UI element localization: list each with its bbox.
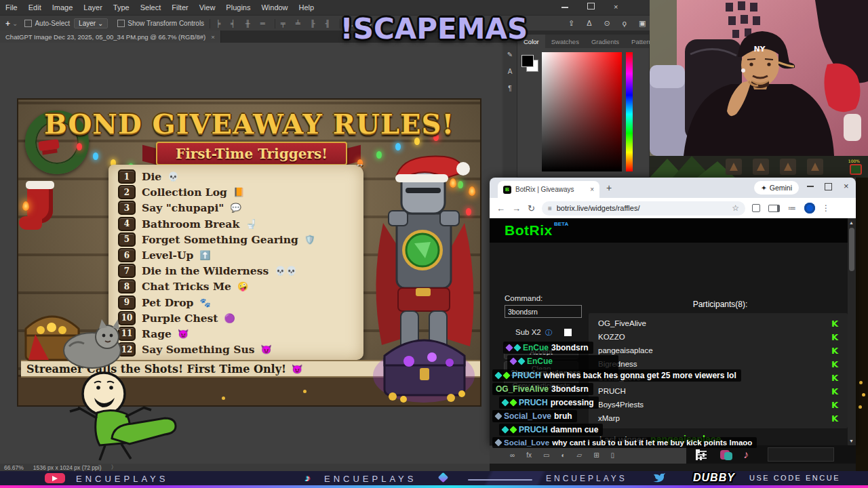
delete-layer-icon[interactable]: ▯ — [611, 451, 615, 459]
stocking-decoration — [27, 186, 53, 223]
command-label: Command: — [505, 294, 542, 302]
rule-emoji: 😈 — [260, 345, 271, 354]
reload-icon[interactable]: ↻ — [528, 203, 535, 214]
command-input[interactable] — [505, 305, 582, 318]
menu-plugins[interactable]: Plugins — [220, 3, 256, 12]
page-scrollbar[interactable]: ▲ ▼ — [848, 218, 856, 445]
menu-view[interactable]: View — [194, 3, 221, 12]
rule-item: 1Die💀 — [118, 169, 363, 184]
link-layers-icon[interactable]: ∞ — [510, 451, 515, 459]
social-ticker-bar: ENCUEPLAYS ♪ ENCUEPLAYS ENCUEPLAYS DUBBY… — [0, 471, 868, 485]
browser-tab-title: BotRix | Giveaways — [515, 186, 586, 193]
menu-help[interactable]: Help — [294, 3, 320, 12]
adjustment-layer-icon[interactable]: ◐ — [561, 451, 565, 459]
rule-item: 12Say Something Sus😈 — [118, 342, 363, 357]
discover-bulb-icon[interactable]: ϙ — [623, 19, 627, 28]
sub-x2-checkbox[interactable] — [564, 329, 572, 336]
chat-message: PRUCH processing — [499, 396, 599, 409]
game-inventory-strip: 100% — [650, 156, 868, 178]
document-tab-close-icon[interactable]: × — [211, 33, 215, 41]
chat-message: Social_Love why cant i sub to u but it l… — [492, 437, 757, 448]
kick-badge-icon: K — [831, 319, 838, 329]
browser-minimize-button[interactable] — [807, 186, 814, 187]
reading-list-icon[interactable]: ≔ — [788, 203, 796, 213]
color-panel: Color Swatches Gradients Patterns ≡ — [517, 34, 650, 178]
rule-emoji: 💬 — [230, 203, 241, 212]
new-layer-icon[interactable]: ⊞ — [593, 451, 599, 459]
botrix-logo: BotRix — [505, 222, 553, 239]
sponsor-code-text: USE CODE ENCUE — [749, 474, 840, 482]
extensions-icon[interactable] — [752, 204, 760, 212]
bell-icon[interactable]: Δ — [587, 19, 591, 28]
back-icon[interactable]: ← — [496, 203, 505, 214]
browser-maximize-button[interactable] — [825, 183, 832, 190]
rule-emoji: 👿 — [178, 329, 189, 338]
audio-mixer-icon[interactable] — [696, 451, 707, 459]
tab-gradients[interactable]: Gradients — [585, 35, 625, 48]
chat-message: OG_FiveAlive 3bondsrn — [492, 383, 593, 395]
layer-group-icon[interactable]: ▱ — [576, 451, 582, 459]
rule-item: 7Die in the Wilderness💀💀 — [118, 263, 363, 279]
document-tab[interactable]: ChatGPT Image Dec 23, 2025, 05_00_34 PM.… — [0, 30, 221, 43]
menu-file[interactable]: File — [0, 3, 23, 12]
address-bar[interactable]: ≡ botrix.live/widgets/raffles/ ☆ — [542, 201, 745, 216]
browser-menu-icon[interactable]: ⋮ — [822, 203, 830, 213]
bookmark-star-icon[interactable]: ☆ — [732, 203, 739, 213]
tiktok-icon: ♪ — [305, 472, 310, 483]
twitter-icon — [652, 472, 666, 483]
hue-slider[interactable] — [626, 52, 633, 171]
forward-icon[interactable]: → — [512, 203, 521, 214]
drama-masks-icon[interactable] — [720, 450, 730, 460]
paragraph-tool-icon[interactable]: ¶ — [508, 85, 511, 92]
rule-item: 3Say "chupapi"💬 — [118, 200, 363, 216]
menu-select[interactable]: Select — [135, 3, 167, 12]
show-transform-checkbox[interactable] — [117, 20, 125, 27]
menu-image[interactable]: Image — [47, 3, 79, 12]
participant-row: KOZZOK — [589, 330, 848, 344]
layer-mask-icon[interactable]: ▭ — [543, 451, 549, 459]
ps-close-button[interactable]: × — [614, 3, 618, 11]
menu-type[interactable]: Type — [108, 3, 135, 12]
menu-layer[interactable]: Layer — [78, 3, 108, 12]
participant-row: PRUCHK — [589, 384, 848, 398]
scroll-down-icon: ▼ — [849, 439, 854, 443]
workspace-switcher-icon[interactable]: ▣ — [639, 19, 646, 28]
search-icon[interactable]: ⊙ — [604, 19, 610, 28]
rule-item: 11Rage👿 — [118, 326, 363, 342]
overlay-dock: ♪ — [686, 445, 856, 464]
align-icons[interactable]: ╞ ╡ ╫ ═ — [216, 20, 269, 27]
layer-select-dropdown[interactable]: Layer ⌄ — [74, 18, 108, 28]
kick-badge-icon: K — [831, 359, 838, 369]
browser-close-button[interactable]: × — [844, 181, 849, 191]
move-tool-icon[interactable]: + — [5, 19, 10, 28]
foreground-color-swatch[interactable] — [521, 55, 534, 67]
music-note-icon[interactable]: ♪ — [743, 449, 749, 461]
kick-badge-icon: K — [831, 400, 838, 410]
auto-select-checkbox[interactable] — [24, 20, 32, 27]
eyedropper-tool-icon[interactable]: ✎ — [507, 51, 513, 58]
menu-filter[interactable]: Filter — [166, 3, 193, 12]
ps-minimize-button[interactable] — [561, 7, 568, 8]
saturation-brightness-field[interactable] — [542, 52, 622, 171]
menu-window[interactable]: Window — [256, 3, 293, 12]
purple-chest-illustration — [370, 318, 478, 406]
info-icon[interactable]: ⓘ — [545, 328, 552, 338]
type-tool-icon[interactable]: A — [508, 68, 513, 75]
menu-edit[interactable]: Edit — [23, 3, 47, 12]
zoom-level[interactable]: 66.67% — [4, 464, 24, 471]
new-tab-button[interactable]: + — [606, 182, 612, 193]
scrollbar-thumb[interactable] — [849, 228, 854, 271]
gemini-button[interactable]: ✦ Gemini — [754, 181, 799, 195]
move-tool-chevron[interactable]: ⌄ — [12, 20, 18, 27]
dubby-logo: DUBBY — [693, 472, 735, 484]
show-transform-label: Show Transform Controls — [127, 20, 204, 27]
document-dimensions: 1536 px x 1024 px (72 ppi) — [33, 464, 102, 471]
tab-close-icon[interactable]: × — [590, 186, 594, 193]
profile-avatar[interactable] — [804, 203, 815, 214]
browser-tab[interactable]: B BotRix | Giveaways × — [498, 181, 599, 198]
layer-effects-icon[interactable]: fx — [526, 451, 532, 459]
chat-message: PRUCH when hes back hes gonna get 25 mor… — [492, 369, 741, 382]
site-info-icon[interactable]: ≡ — [548, 205, 552, 212]
side-panel-icon[interactable] — [768, 205, 780, 212]
ps-restore-button[interactable] — [587, 3, 595, 9]
